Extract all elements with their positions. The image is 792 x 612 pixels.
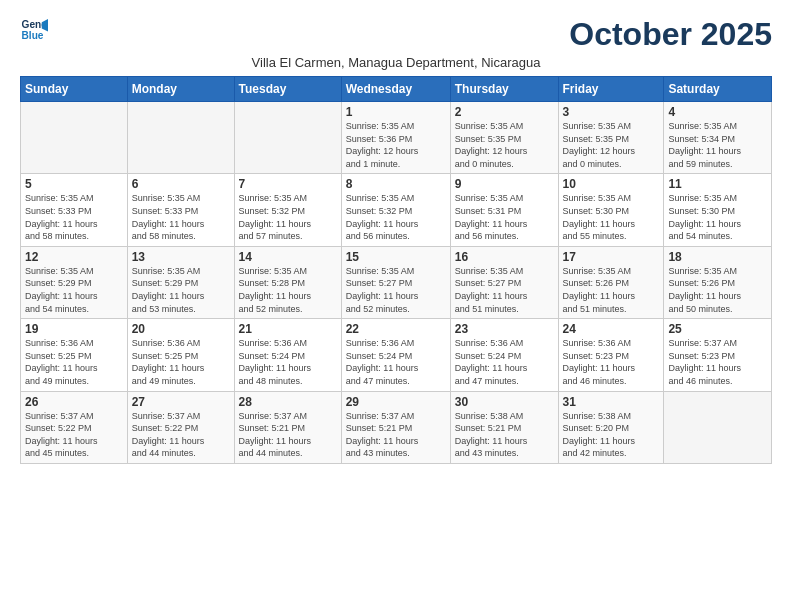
calendar-cell: 9Sunrise: 5:35 AM Sunset: 5:31 PM Daylig…: [450, 174, 558, 246]
day-number: 3: [563, 105, 660, 119]
cell-content: Sunrise: 5:35 AM Sunset: 5:32 PM Dayligh…: [346, 192, 446, 242]
logo: General Blue: [20, 16, 48, 44]
calendar-cell: 26Sunrise: 5:37 AM Sunset: 5:22 PM Dayli…: [21, 391, 128, 463]
calendar-cell: [234, 102, 341, 174]
col-header-monday: Monday: [127, 77, 234, 102]
cell-content: Sunrise: 5:35 AM Sunset: 5:33 PM Dayligh…: [132, 192, 230, 242]
col-header-saturday: Saturday: [664, 77, 772, 102]
day-number: 21: [239, 322, 337, 336]
day-number: 16: [455, 250, 554, 264]
page: General Blue October 2025 Villa El Carme…: [0, 0, 792, 612]
day-number: 2: [455, 105, 554, 119]
cell-content: Sunrise: 5:35 AM Sunset: 5:32 PM Dayligh…: [239, 192, 337, 242]
cell-content: Sunrise: 5:35 AM Sunset: 5:26 PM Dayligh…: [668, 265, 767, 315]
day-number: 22: [346, 322, 446, 336]
cell-content: Sunrise: 5:37 AM Sunset: 5:22 PM Dayligh…: [25, 410, 123, 460]
day-number: 28: [239, 395, 337, 409]
day-number: 24: [563, 322, 660, 336]
col-header-wednesday: Wednesday: [341, 77, 450, 102]
calendar-cell: [127, 102, 234, 174]
day-number: 7: [239, 177, 337, 191]
day-number: 29: [346, 395, 446, 409]
calendar-cell: 20Sunrise: 5:36 AM Sunset: 5:25 PM Dayli…: [127, 319, 234, 391]
calendar-cell: 24Sunrise: 5:36 AM Sunset: 5:23 PM Dayli…: [558, 319, 664, 391]
calendar-cell: 30Sunrise: 5:38 AM Sunset: 5:21 PM Dayli…: [450, 391, 558, 463]
cell-content: Sunrise: 5:36 AM Sunset: 5:24 PM Dayligh…: [346, 337, 446, 387]
day-number: 14: [239, 250, 337, 264]
calendar-cell: [21, 102, 128, 174]
cell-content: Sunrise: 5:35 AM Sunset: 5:28 PM Dayligh…: [239, 265, 337, 315]
cell-content: Sunrise: 5:35 AM Sunset: 5:30 PM Dayligh…: [563, 192, 660, 242]
day-number: 5: [25, 177, 123, 191]
day-number: 27: [132, 395, 230, 409]
cell-content: Sunrise: 5:38 AM Sunset: 5:20 PM Dayligh…: [563, 410, 660, 460]
cell-content: Sunrise: 5:37 AM Sunset: 5:22 PM Dayligh…: [132, 410, 230, 460]
calendar-cell: 4Sunrise: 5:35 AM Sunset: 5:34 PM Daylig…: [664, 102, 772, 174]
cell-content: Sunrise: 5:36 AM Sunset: 5:24 PM Dayligh…: [455, 337, 554, 387]
calendar-cell: 21Sunrise: 5:36 AM Sunset: 5:24 PM Dayli…: [234, 319, 341, 391]
calendar-cell: 18Sunrise: 5:35 AM Sunset: 5:26 PM Dayli…: [664, 246, 772, 318]
col-header-sunday: Sunday: [21, 77, 128, 102]
day-number: 6: [132, 177, 230, 191]
cell-content: Sunrise: 5:38 AM Sunset: 5:21 PM Dayligh…: [455, 410, 554, 460]
cell-content: Sunrise: 5:35 AM Sunset: 5:30 PM Dayligh…: [668, 192, 767, 242]
cell-content: Sunrise: 5:35 AM Sunset: 5:29 PM Dayligh…: [25, 265, 123, 315]
calendar-cell: 29Sunrise: 5:37 AM Sunset: 5:21 PM Dayli…: [341, 391, 450, 463]
calendar-cell: 17Sunrise: 5:35 AM Sunset: 5:26 PM Dayli…: [558, 246, 664, 318]
week-row-3: 12Sunrise: 5:35 AM Sunset: 5:29 PM Dayli…: [21, 246, 772, 318]
month-title: October 2025: [569, 16, 772, 53]
week-row-2: 5Sunrise: 5:35 AM Sunset: 5:33 PM Daylig…: [21, 174, 772, 246]
week-row-5: 26Sunrise: 5:37 AM Sunset: 5:22 PM Dayli…: [21, 391, 772, 463]
cell-content: Sunrise: 5:37 AM Sunset: 5:23 PM Dayligh…: [668, 337, 767, 387]
calendar-cell: 7Sunrise: 5:35 AM Sunset: 5:32 PM Daylig…: [234, 174, 341, 246]
logo-icon: General Blue: [20, 16, 48, 44]
day-number: 8: [346, 177, 446, 191]
cell-content: Sunrise: 5:36 AM Sunset: 5:24 PM Dayligh…: [239, 337, 337, 387]
calendar-cell: 2Sunrise: 5:35 AM Sunset: 5:35 PM Daylig…: [450, 102, 558, 174]
svg-text:Blue: Blue: [22, 30, 44, 41]
day-number: 31: [563, 395, 660, 409]
col-header-tuesday: Tuesday: [234, 77, 341, 102]
day-number: 12: [25, 250, 123, 264]
calendar-cell: 1Sunrise: 5:35 AM Sunset: 5:36 PM Daylig…: [341, 102, 450, 174]
day-number: 4: [668, 105, 767, 119]
cell-content: Sunrise: 5:36 AM Sunset: 5:23 PM Dayligh…: [563, 337, 660, 387]
calendar-cell: 23Sunrise: 5:36 AM Sunset: 5:24 PM Dayli…: [450, 319, 558, 391]
calendar-cell: 10Sunrise: 5:35 AM Sunset: 5:30 PM Dayli…: [558, 174, 664, 246]
day-number: 17: [563, 250, 660, 264]
cell-content: Sunrise: 5:35 AM Sunset: 5:27 PM Dayligh…: [346, 265, 446, 315]
cell-content: Sunrise: 5:36 AM Sunset: 5:25 PM Dayligh…: [25, 337, 123, 387]
calendar-cell: [664, 391, 772, 463]
cell-content: Sunrise: 5:35 AM Sunset: 5:33 PM Dayligh…: [25, 192, 123, 242]
header: General Blue October 2025: [20, 16, 772, 53]
cell-content: Sunrise: 5:36 AM Sunset: 5:25 PM Dayligh…: [132, 337, 230, 387]
calendar-cell: 19Sunrise: 5:36 AM Sunset: 5:25 PM Dayli…: [21, 319, 128, 391]
calendar-cell: 22Sunrise: 5:36 AM Sunset: 5:24 PM Dayli…: [341, 319, 450, 391]
cell-content: Sunrise: 5:35 AM Sunset: 5:35 PM Dayligh…: [563, 120, 660, 170]
day-number: 30: [455, 395, 554, 409]
col-header-friday: Friday: [558, 77, 664, 102]
subtitle: Villa El Carmen, Managua Department, Nic…: [20, 55, 772, 70]
calendar-cell: 27Sunrise: 5:37 AM Sunset: 5:22 PM Dayli…: [127, 391, 234, 463]
calendar-cell: 5Sunrise: 5:35 AM Sunset: 5:33 PM Daylig…: [21, 174, 128, 246]
header-row: SundayMondayTuesdayWednesdayThursdayFrid…: [21, 77, 772, 102]
day-number: 19: [25, 322, 123, 336]
calendar-cell: 16Sunrise: 5:35 AM Sunset: 5:27 PM Dayli…: [450, 246, 558, 318]
cell-content: Sunrise: 5:35 AM Sunset: 5:36 PM Dayligh…: [346, 120, 446, 170]
cell-content: Sunrise: 5:35 AM Sunset: 5:35 PM Dayligh…: [455, 120, 554, 170]
calendar-cell: 14Sunrise: 5:35 AM Sunset: 5:28 PM Dayli…: [234, 246, 341, 318]
day-number: 26: [25, 395, 123, 409]
cell-content: Sunrise: 5:35 AM Sunset: 5:27 PM Dayligh…: [455, 265, 554, 315]
day-number: 13: [132, 250, 230, 264]
cell-content: Sunrise: 5:35 AM Sunset: 5:29 PM Dayligh…: [132, 265, 230, 315]
day-number: 20: [132, 322, 230, 336]
week-row-4: 19Sunrise: 5:36 AM Sunset: 5:25 PM Dayli…: [21, 319, 772, 391]
col-header-thursday: Thursday: [450, 77, 558, 102]
calendar-cell: 15Sunrise: 5:35 AM Sunset: 5:27 PM Dayli…: [341, 246, 450, 318]
calendar-cell: 25Sunrise: 5:37 AM Sunset: 5:23 PM Dayli…: [664, 319, 772, 391]
week-row-1: 1Sunrise: 5:35 AM Sunset: 5:36 PM Daylig…: [21, 102, 772, 174]
cell-content: Sunrise: 5:35 AM Sunset: 5:26 PM Dayligh…: [563, 265, 660, 315]
day-number: 1: [346, 105, 446, 119]
calendar-cell: 12Sunrise: 5:35 AM Sunset: 5:29 PM Dayli…: [21, 246, 128, 318]
calendar-cell: 11Sunrise: 5:35 AM Sunset: 5:30 PM Dayli…: [664, 174, 772, 246]
